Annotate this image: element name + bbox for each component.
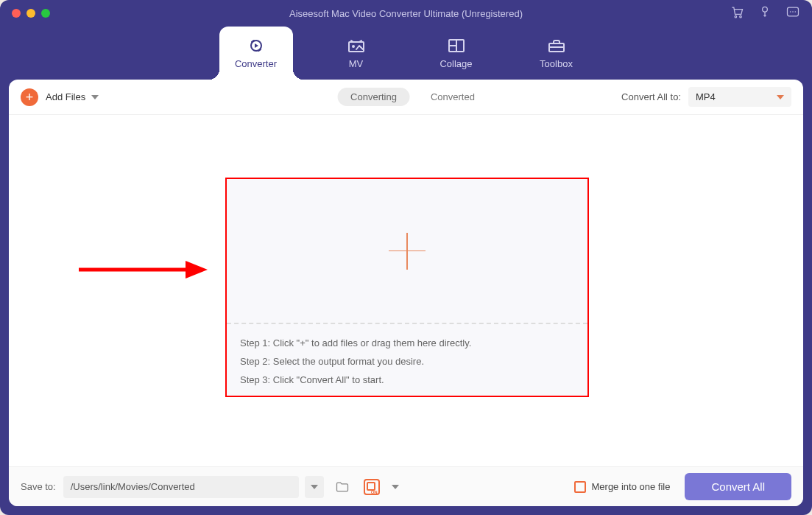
tab-mv-label: MV (349, 58, 364, 69)
titlebar: Aiseesoft Mac Video Converter Ultimate (… (0, 0, 812, 27)
drop-zone[interactable]: Step 1: Click "+" to add files or drag t… (225, 178, 589, 397)
save-path-value: /Users/link/Movies/Converted (71, 481, 195, 492)
traffic-lights (0, 9, 50, 18)
svg-marker-8 (255, 43, 258, 48)
main-tabs: Converter MV Collage Toolbox (0, 27, 812, 80)
output-format-value: MP4 (696, 91, 716, 102)
svg-point-6 (795, 11, 797, 13)
chevron-down-icon (777, 95, 784, 99)
chevron-down-icon (91, 95, 99, 99)
gpu-accel-button[interactable]: ON (361, 476, 383, 498)
content-area: Step 1: Click "+" to add files or drag t… (9, 115, 803, 466)
svg-point-5 (792, 11, 794, 13)
menu-icon[interactable] (785, 4, 800, 22)
footer-bar: Save to: /Users/link/Movies/Converted ON… (9, 466, 803, 506)
cart-icon[interactable] (730, 4, 744, 22)
svg-rect-9 (349, 42, 364, 52)
add-files-label: Add Files (46, 91, 85, 102)
save-path-dropdown[interactable] (305, 476, 324, 498)
plus-icon (389, 233, 426, 270)
tab-converting[interactable]: Converting (337, 88, 410, 106)
tab-mv[interactable]: MV (319, 27, 393, 80)
app-window: Aiseesoft Mac Video Converter Ultimate (… (0, 0, 812, 515)
window-title: Aiseesoft Mac Video Converter Ultimate (… (0, 8, 812, 19)
open-folder-button[interactable] (331, 476, 353, 498)
save-path-field[interactable]: /Users/link/Movies/Converted (63, 476, 299, 498)
step-1-text: Step 1: Click "+" to add files or drag t… (240, 337, 574, 348)
plus-icon: + (21, 88, 38, 106)
settings-button[interactable] (390, 485, 399, 489)
step-3-text: Step 3: Click "Convert All" to start. (240, 374, 574, 385)
tab-converter[interactable]: Converter (219, 27, 293, 80)
toolbar: + Add Files Converting Converted Convert… (9, 80, 803, 115)
chevron-down-icon (392, 485, 399, 489)
convert-all-to-group: Convert All to: MP4 (621, 87, 791, 107)
maximize-window-button[interactable] (41, 9, 50, 18)
tab-toolbox[interactable]: Toolbox (520, 27, 593, 80)
step-2-text: Step 2: Select the output format you des… (240, 356, 574, 367)
output-format-select[interactable]: MP4 (688, 87, 791, 107)
annotation-arrow (75, 259, 208, 281)
tab-collage[interactable]: Collage (420, 27, 493, 80)
svg-point-0 (735, 15, 737, 17)
add-files-button[interactable]: + Add Files (21, 88, 85, 106)
svg-marker-14 (186, 261, 208, 278)
save-to-label: Save to: (21, 481, 56, 492)
svg-point-4 (790, 11, 791, 13)
tab-converter-label: Converter (235, 58, 277, 69)
key-icon[interactable] (758, 4, 772, 22)
merge-checkbox[interactable]: Merge into one file (574, 481, 671, 493)
gpu-icon: ON (364, 479, 380, 495)
svg-point-1 (740, 15, 742, 17)
status-tabs: Converting Converted (337, 88, 475, 106)
tab-converted[interactable]: Converted (431, 91, 475, 102)
chevron-down-icon (311, 485, 318, 489)
svg-point-2 (763, 7, 768, 12)
tab-toolbox-label: Toolbox (540, 58, 573, 69)
minimize-window-button[interactable] (27, 9, 35, 18)
checkbox-icon (574, 481, 586, 493)
close-window-button[interactable] (12, 9, 21, 18)
tab-collage-label: Collage (439, 58, 472, 69)
drop-zone-click-area[interactable] (227, 179, 587, 324)
drop-zone-instructions: Step 1: Click "+" to add files or drag t… (227, 324, 587, 396)
svg-point-10 (352, 45, 355, 48)
convert-all-to-label: Convert All to: (621, 91, 681, 102)
titlebar-actions (730, 4, 800, 22)
main-panel: + Add Files Converting Converted Convert… (9, 80, 803, 506)
merge-label: Merge into one file (592, 481, 671, 492)
convert-all-button[interactable]: Convert All (685, 473, 791, 500)
add-files-dropdown[interactable] (91, 95, 99, 99)
folder-icon (335, 480, 350, 494)
